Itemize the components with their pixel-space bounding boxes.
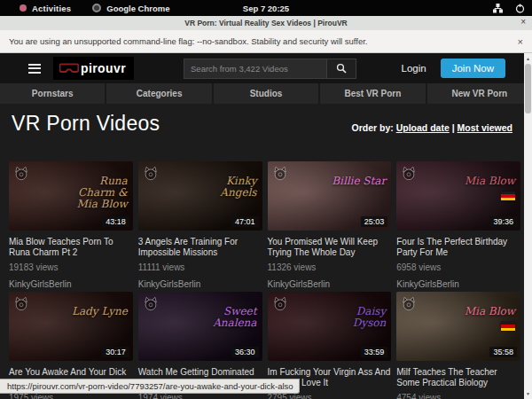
video-views: 1975 views	[9, 393, 133, 399]
video-title[interactable]: Milf Teaches The Teacher Some Practical …	[396, 367, 520, 388]
vr-goggles-icon	[59, 62, 79, 74]
german-flag-icon	[501, 192, 515, 200]
video-studio-link[interactable]: KinkyGirlsBerlin	[396, 279, 520, 289]
thumbnail-overlay-name: Daisy Dyson	[320, 306, 386, 329]
video-title[interactable]: You Promised We Will Keep Trying The Who…	[268, 237, 392, 258]
nav-item-pornstars[interactable]: Pornstars	[0, 83, 105, 104]
thumbnail-overlay-name: Mia Blow	[465, 306, 515, 317]
studio-cat-logo-icon	[13, 165, 29, 184]
video-views: 2795 views	[268, 393, 392, 399]
video-views: 19183 views	[9, 262, 133, 272]
german-flag-icon	[501, 322, 515, 331]
studio-cat-logo-icon	[401, 165, 417, 184]
studio-cat-logo-icon	[272, 295, 288, 315]
studio-cat-logo-icon	[143, 165, 159, 184]
webpage-viewport: pirouvr Login Join Now PornstarsCategori…	[0, 53, 532, 399]
video-studio-link[interactable]: KinkyGirlsBerlin	[268, 279, 392, 289]
search-input[interactable]	[184, 59, 327, 79]
order-by: Order by: Upload date | Most viewed	[351, 122, 512, 133]
video-studio-link[interactable]: KinkyGirlsBerlin	[138, 279, 262, 289]
video-views: 11111 views	[138, 262, 262, 272]
thumbnail-overlay-name: Sweet Analena	[192, 306, 257, 329]
studio-cat-logo-icon	[143, 295, 159, 315]
video-card: Mia Blow 35:58 Milf Teaches The Teacher …	[396, 292, 520, 399]
join-now-button[interactable]: Join Now	[441, 59, 505, 78]
system-top-bar: Activities Google Chrome Sep 7 20:25	[0, 0, 532, 16]
video-studio-link[interactable]: KinkyGirlsBerlin	[9, 279, 133, 289]
order-upload-date-link[interactable]: Upload date	[396, 122, 450, 133]
thumbnail-overlay-name: Lady Lyne	[72, 306, 128, 317]
video-duration-badge: 39:36	[489, 216, 517, 227]
video-duration-badge: 30:17	[102, 347, 129, 357]
warning-text: You are using an unsupported command-lin…	[9, 36, 368, 46]
video-title[interactable]: Four Is The Perfect Birthday Party For M…	[396, 237, 520, 258]
thumbnail-overlay-name: Runa Charm & Mia Blow	[62, 176, 128, 210]
video-views: 11326 views	[268, 262, 392, 272]
scrollbar-down-icon[interactable]: ▼	[524, 391, 532, 396]
window-close-button[interactable]: ×	[520, 17, 526, 27]
power-icon[interactable]	[515, 4, 525, 13]
video-duration-badge: 33:59	[361, 347, 388, 357]
video-duration-badge: 47:01	[231, 216, 259, 227]
site-logo[interactable]: pirouvr	[53, 57, 134, 80]
video-views: 4754 views	[396, 393, 520, 399]
logo-text: pirouvr	[81, 61, 126, 75]
chrome-warning-bar: You are using an unsupported command-lin…	[0, 30, 532, 53]
window-titlebar: VR Porn: Virtual Reality Sex Videos | Pi…	[0, 16, 532, 30]
nav-item-best-vr-porn[interactable]: Best VR Porn	[320, 83, 425, 104]
site-header: pirouvr Login Join Now	[0, 53, 532, 83]
video-duration-badge: 36:30	[231, 347, 259, 357]
page-scrollbar[interactable]: ▲ ▼	[524, 53, 532, 399]
video-duration-badge: 25:03	[361, 216, 388, 227]
video-thumbnail[interactable]: Kinky Angels 47:01	[138, 161, 262, 231]
video-thumbnail[interactable]: Lady Lyne 30:17	[9, 292, 133, 361]
nav-item-new-vr-porn[interactable]: New VR Porn	[427, 83, 532, 104]
search-icon	[336, 63, 347, 74]
nav-item-studios[interactable]: Studios	[214, 83, 318, 104]
video-card: Kinky Angels 47:01 3 Angels Are Training…	[138, 161, 262, 289]
network-icon[interactable]	[493, 4, 503, 13]
search-button[interactable]	[327, 59, 356, 79]
order-by-label: Order by:	[351, 122, 393, 133]
video-duration-badge: 35:58	[489, 347, 517, 357]
thumbnail-overlay-name: Billie Star	[332, 176, 386, 187]
video-card: Runa Charm & Mia Blow 43:18 Mia Blow Tea…	[9, 161, 133, 289]
scrollbar-up-icon[interactable]: ▲	[524, 56, 532, 61]
order-most-viewed-link[interactable]: Most viewed	[458, 122, 512, 133]
studio-cat-logo-icon	[401, 295, 417, 315]
studio-cat-logo-icon	[13, 295, 29, 315]
video-thumbnail[interactable]: Billie Star 25:03	[268, 161, 392, 231]
video-thumbnail[interactable]: Daisy Dyson 33:59	[268, 292, 392, 361]
window-title: VR Porn: Virtual Reality Sex Videos | Pi…	[184, 19, 347, 27]
page-title: VR Porn Videos	[12, 112, 160, 136]
statusbar-url: https://pirouvr.com/vr-porn-video/779325…	[0, 379, 300, 394]
clock[interactable]: Sep 7 20:25	[0, 4, 532, 13]
video-thumbnail[interactable]: Sweet Analena 36:30	[138, 292, 262, 361]
video-views: 6958 views	[396, 262, 520, 272]
thumbnail-overlay-name: Kinky Angels	[192, 176, 257, 199]
nav-item-categories[interactable]: Categories	[106, 83, 211, 104]
screen: Activities Google Chrome Sep 7 20:25 VR …	[0, 0, 532, 399]
video-thumbnail[interactable]: Mia Blow 35:58	[396, 292, 520, 361]
video-views: 1974 views	[138, 393, 262, 399]
studio-cat-logo-icon	[272, 165, 288, 184]
main-nav: PornstarsCategoriesStudiosBest VR PornNe…	[0, 83, 532, 104]
video-grid: Runa Charm & Mia Blow 43:18 Mia Blow Tea…	[9, 161, 520, 399]
menu-hamburger-icon[interactable]	[28, 64, 41, 74]
video-card: Billie Star 25:03 You Promised We Will K…	[268, 161, 392, 289]
video-title[interactable]: 3 Angels Are Training For Impossible Mis…	[138, 237, 262, 258]
login-link[interactable]: Login	[402, 63, 426, 74]
video-thumbnail[interactable]: Mia Blow 39:36	[396, 161, 520, 231]
warning-close-button[interactable]: ×	[518, 36, 523, 47]
video-title[interactable]: Mia Blow Teaches Porn To Runa Charm Pt 2	[9, 237, 133, 258]
video-card: Mia Blow 39:36 Four Is The Perfect Birth…	[396, 161, 520, 289]
thumbnail-overlay-name: Mia Blow	[465, 176, 515, 187]
video-duration-badge: 43:18	[102, 216, 129, 227]
scrollbar-thumb[interactable]	[525, 64, 531, 113]
video-thumbnail[interactable]: Runa Charm & Mia Blow 43:18	[9, 161, 133, 231]
